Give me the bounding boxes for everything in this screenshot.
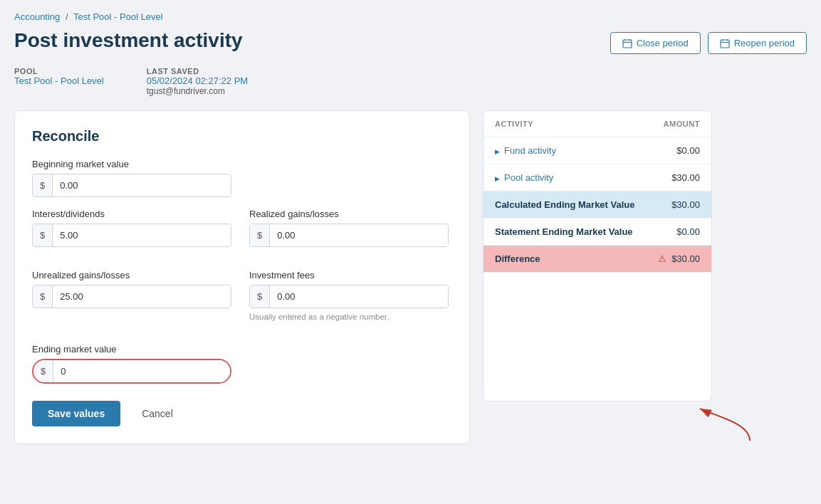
difference-label: Difference <box>483 246 647 273</box>
difference-value: $30.00 <box>671 253 700 264</box>
beginning-market-value-prefix: $ <box>33 174 53 196</box>
save-values-button[interactable]: Save values <box>32 401 120 426</box>
arrow-annotation <box>483 401 807 444</box>
unrealized-gains-input-wrapper: $ <box>32 285 231 308</box>
pool-label: POOL <box>14 67 104 75</box>
statement-ending-amount: $0.00 <box>647 219 711 246</box>
table-row: Pool activity $30.00 <box>483 164 711 191</box>
statement-ending-row: Statement Ending Market Value $0.00 <box>483 219 711 246</box>
row-interest-realized: Interest/dividends $ Realized gains/loss… <box>32 209 452 258</box>
last-saved-meta: LAST SAVED 05/02/2024 02:27:22 PM tgust@… <box>147 67 248 96</box>
investment-fees-prefix: $ <box>250 285 270 308</box>
ending-market-value-prefix: $ <box>33 360 53 382</box>
investment-fees-group: Investment fees $ Usually entered as a n… <box>249 270 452 321</box>
page-header: Post investment activity Close period Re… <box>14 29 807 54</box>
activity-panel: ACTIVITY AMOUNT Fund activity $0.00 Pool… <box>483 110 712 401</box>
pool-value: Test Pool - Pool Level <box>14 75 104 86</box>
calendar-reopen-icon <box>720 38 730 48</box>
cancel-button[interactable]: Cancel <box>142 408 173 419</box>
investment-fees-input[interactable] <box>270 285 448 308</box>
reconcile-title: Reconcile <box>32 128 452 145</box>
row-unrealized-fees: Unrealized gains/losses $ Investment fee… <box>32 270 452 332</box>
breadcrumb-pool[interactable]: Test Pool - Pool Level <box>73 11 163 22</box>
breadcrumb: Accounting / Test Pool - Pool Level <box>14 11 807 22</box>
interest-dividends-prefix: $ <box>33 224 53 246</box>
col-amount-header: AMOUNT <box>647 111 711 137</box>
realized-gains-group: Realized gains/losses $ <box>249 209 452 247</box>
statement-ending-label: Statement Ending Market Value <box>483 219 647 246</box>
breadcrumb-separator: / <box>66 11 68 22</box>
interest-dividends-group: Interest/dividends $ <box>32 209 235 247</box>
unrealized-gains-prefix: $ <box>33 285 53 308</box>
reconcile-card: Reconcile Beginning market value $ Inter… <box>14 110 470 444</box>
interest-dividends-label: Interest/dividends <box>32 209 235 219</box>
arrow-svg <box>679 401 764 444</box>
header-buttons: Close period Reopen period <box>610 32 807 54</box>
investment-fees-helper: Usually entered as a negative number. <box>249 313 452 321</box>
realized-gains-prefix: $ <box>250 224 270 246</box>
warning-icon: ⚠ <box>658 253 666 264</box>
beginning-market-value-input[interactable] <box>53 174 231 196</box>
unrealized-gains-label: Unrealized gains/losses <box>32 270 235 280</box>
pool-activity-link[interactable]: Pool activity <box>495 172 553 183</box>
calculated-ending-row: Calculated Ending Market Value $30.00 <box>483 191 711 219</box>
fund-activity-cell: Fund activity <box>483 137 647 164</box>
unrealized-gains-group: Unrealized gains/losses $ <box>32 270 235 321</box>
beginning-market-value-input-wrapper: $ <box>32 174 231 197</box>
ending-market-value-label: Ending market value <box>32 344 452 355</box>
activity-table: ACTIVITY AMOUNT Fund activity $0.00 Pool… <box>483 111 711 273</box>
main-content: Reconcile Beginning market value $ Inter… <box>14 110 807 444</box>
pool-activity-amount: $30.00 <box>647 164 711 191</box>
realized-gains-label: Realized gains/losses <box>249 209 452 219</box>
close-period-label: Close period <box>637 38 689 48</box>
last-saved-user: tgust@fundriver.com <box>147 86 248 96</box>
calendar-icon <box>622 38 632 48</box>
difference-row: Difference ⚠ $30.00 <box>483 246 711 273</box>
svg-rect-0 <box>623 40 632 48</box>
realized-gains-input-wrapper: $ <box>249 224 449 247</box>
form-actions: Save values Cancel <box>32 401 452 426</box>
last-saved-label: LAST SAVED <box>147 67 248 75</box>
interest-dividends-input[interactable] <box>53 224 231 246</box>
pool-meta: POOL Test Pool - Pool Level <box>14 67 104 96</box>
ending-market-value-input-wrapper: $ <box>32 359 231 384</box>
right-panel: ACTIVITY AMOUNT Fund activity $0.00 Pool… <box>483 110 807 444</box>
beginning-market-value-group: Beginning market value $ <box>32 159 452 197</box>
fund-activity-link[interactable]: Fund activity <box>495 145 556 156</box>
last-saved-date: 05/02/2024 02:27:22 PM <box>147 75 248 86</box>
meta-row: POOL Test Pool - Pool Level LAST SAVED 0… <box>14 67 807 96</box>
close-period-button[interactable]: Close period <box>610 32 701 54</box>
interest-dividends-input-wrapper: $ <box>32 224 231 247</box>
calculated-ending-label: Calculated Ending Market Value <box>483 191 647 219</box>
ending-market-value-group: Ending market value $ <box>32 344 452 384</box>
breadcrumb-accounting[interactable]: Accounting <box>14 11 60 22</box>
difference-amount: ⚠ $30.00 <box>647 246 711 273</box>
ending-market-value-input[interactable] <box>53 360 230 382</box>
realized-gains-input[interactable] <box>270 224 448 246</box>
col-activity-header: ACTIVITY <box>483 111 647 137</box>
reopen-period-label: Reopen period <box>734 38 795 48</box>
svg-rect-4 <box>721 40 729 48</box>
beginning-market-value-label: Beginning market value <box>32 159 452 169</box>
pool-activity-cell: Pool activity <box>483 164 647 191</box>
table-row: Fund activity $0.00 <box>483 137 711 164</box>
reopen-period-button[interactable]: Reopen period <box>708 32 807 54</box>
calculated-ending-amount: $30.00 <box>647 191 711 219</box>
investment-fees-label: Investment fees <box>249 270 452 280</box>
fund-activity-amount: $0.00 <box>647 137 711 164</box>
page-title: Post investment activity <box>14 29 243 52</box>
unrealized-gains-input[interactable] <box>53 285 231 308</box>
investment-fees-input-wrapper: $ <box>249 285 449 308</box>
